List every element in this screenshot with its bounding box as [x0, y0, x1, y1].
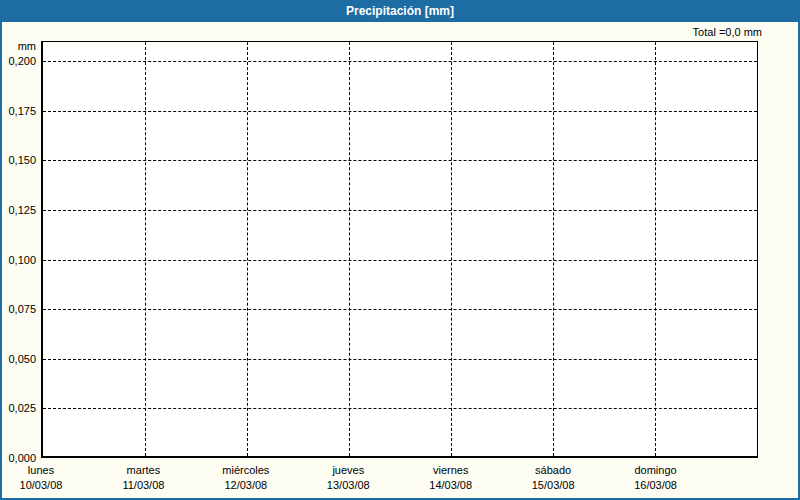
day-name: miércoles	[200, 463, 292, 478]
day-name: jueves	[302, 463, 394, 478]
chart-title: Precipitación [mm]	[346, 4, 454, 18]
y-tick-label: 0,125	[2, 203, 36, 217]
h-gridline	[43, 260, 757, 261]
plot-area	[41, 41, 758, 458]
h-gridline	[43, 408, 757, 409]
y-tick-label: 0,150	[2, 153, 36, 167]
y-tick-label: 0,200	[2, 54, 36, 68]
x-day-label: sábado15/03/08	[507, 463, 599, 493]
y-axis-unit-label: mm	[2, 39, 36, 53]
h-gridline	[43, 210, 757, 211]
day-date: 14/03/08	[405, 478, 497, 493]
day-name: sábado	[507, 463, 599, 478]
day-date: 13/03/08	[302, 478, 394, 493]
h-gridline	[43, 61, 757, 62]
y-tick-label: 0,175	[2, 104, 36, 118]
h-gridline	[43, 111, 757, 112]
day-date: 10/03/08	[0, 478, 87, 493]
day-date: 11/03/08	[97, 478, 189, 493]
total-precipitation-label: Total =0,0 mm	[693, 26, 762, 38]
day-date: 16/03/08	[610, 478, 702, 493]
v-gridline	[655, 42, 656, 456]
x-day-label: jueves13/03/08	[302, 463, 394, 493]
v-gridline	[145, 42, 146, 456]
v-gridline	[451, 42, 452, 456]
h-gridline	[43, 160, 757, 161]
v-gridline	[247, 42, 248, 456]
h-gridline	[43, 309, 757, 310]
x-day-label: lunes10/03/08	[0, 463, 87, 493]
x-day-label: martes11/03/08	[97, 463, 189, 493]
y-tick-label: 0,050	[2, 352, 36, 366]
day-date: 15/03/08	[507, 478, 599, 493]
y-tick-label: 0,075	[2, 302, 36, 316]
v-gridline	[553, 42, 554, 456]
day-name: lunes	[0, 463, 87, 478]
day-name: domingo	[610, 463, 702, 478]
v-gridline	[349, 42, 350, 456]
x-day-label: miércoles12/03/08	[200, 463, 292, 493]
x-day-label: viernes14/03/08	[405, 463, 497, 493]
h-gridline	[43, 359, 757, 360]
day-date: 12/03/08	[200, 478, 292, 493]
precipitation-chart-window: Precipitación [mm] Total =0,0 mm mm 0,20…	[0, 0, 800, 500]
y-tick-label: 0,025	[2, 401, 36, 415]
y-tick-label: 0,100	[2, 253, 36, 267]
day-name: martes	[97, 463, 189, 478]
window-title-bar: Precipitación [mm]	[0, 0, 800, 22]
day-name: viernes	[405, 463, 497, 478]
x-day-label: domingo16/03/08	[610, 463, 702, 493]
